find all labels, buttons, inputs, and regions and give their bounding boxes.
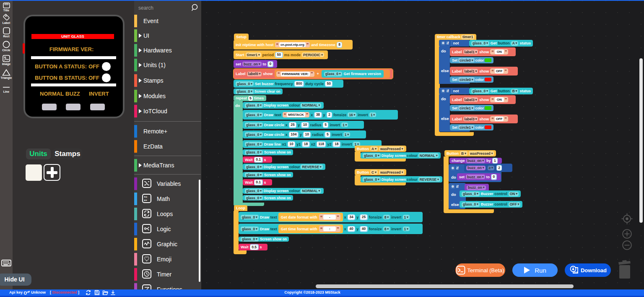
svg-text:+=: += — [144, 195, 147, 198]
svg-text:×÷: ×÷ — [144, 199, 147, 201]
